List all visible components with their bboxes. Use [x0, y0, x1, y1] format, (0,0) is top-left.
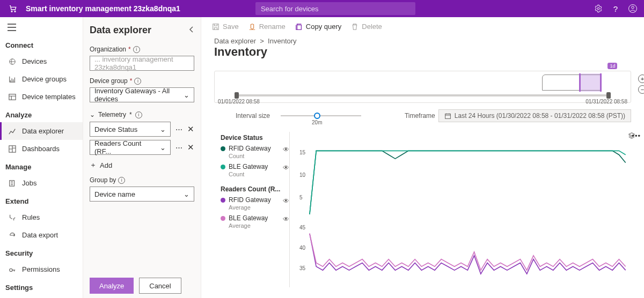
timeframe-picker[interactable]: Last 24 Hours (01/30/2022 08:58 - 01/31/…: [438, 109, 631, 122]
telemetry-remove-icon[interactable]: ✕: [187, 143, 194, 152]
rules-icon: [8, 213, 17, 222]
app-logo-icon: [0, 4, 26, 13]
overview-start: 01/01/2022 08:58: [218, 99, 260, 105]
eye-icon[interactable]: 👁: [283, 197, 289, 205]
explorer-title: Data explorer: [90, 25, 194, 36]
svg-rect-12: [445, 114, 450, 118]
nav-section-manage: Manage: [0, 158, 83, 174]
analyze-button[interactable]: Analyze: [90, 278, 134, 294]
timeframe-label: Timeframe: [405, 112, 435, 120]
legend-item[interactable]: BLE GatewayCount👁: [221, 163, 289, 178]
legend-item[interactable]: RFID GatewayCount👁: [221, 145, 289, 160]
rename-button[interactable]: Rename: [248, 23, 286, 31]
nav-section-connect: Connect: [0, 36, 83, 53]
top-bar: Smart inventory management 23zka8dnqa1 ?: [0, 0, 644, 17]
cancel-button[interactable]: Cancel: [139, 278, 181, 294]
slider-handle-left[interactable]: [235, 92, 239, 99]
eye-icon[interactable]: 👁: [283, 215, 289, 223]
devices-icon: [8, 57, 17, 66]
nav-item-device-groups[interactable]: Device groups: [0, 70, 83, 88]
svg-rect-11: [297, 25, 301, 29]
telemetry-more-icon[interactable]: ⋯: [174, 125, 184, 133]
settings-gear-icon[interactable]: [594, 4, 603, 13]
permissions-icon: [8, 265, 17, 274]
range-badge: 1d: [608, 63, 617, 69]
nav-section-extend: Extend: [0, 192, 83, 208]
calendar-icon: [444, 113, 451, 120]
chevron-down-icon: ⌄: [184, 190, 189, 198]
slider-handle-right[interactable]: [606, 92, 611, 99]
chevron-down-icon[interactable]: ⌄: [90, 111, 95, 118]
time-overview[interactable]: 1d 01/01/2022 08:58 01/31/2022 08:58 +−: [214, 71, 631, 103]
telemetry-remove-icon[interactable]: ✕: [187, 124, 194, 134]
data-export-icon: [8, 231, 17, 240]
delete-button[interactable]: Delete: [351, 23, 382, 31]
eye-icon[interactable]: 👁: [283, 164, 289, 172]
nav-item-device-templates[interactable]: Device templates: [0, 88, 83, 106]
nav-item-dashboards[interactable]: Dashboards: [0, 140, 83, 158]
search-input[interactable]: [255, 2, 415, 15]
app-title: Smart inventory management 23zka8dnqa1: [26, 4, 180, 13]
telemetry-more-icon[interactable]: ⋯: [174, 144, 184, 152]
chart-legend: Device Status RFID GatewayCount👁 BLE Gat…: [214, 132, 289, 287]
info-icon[interactable]: i: [118, 177, 125, 184]
chevron-down-icon: ⌄: [160, 125, 166, 133]
legend-group-2: Readers Count (R...: [221, 185, 289, 193]
add-telemetry-button[interactable]: ＋Add: [90, 160, 194, 170]
nav-item-jobs[interactable]: Jobs: [0, 174, 83, 192]
menu-toggle-icon[interactable]: [0, 20, 83, 36]
device-groups-icon: [8, 75, 17, 84]
legend-item[interactable]: RFID GatewayAverage👁: [221, 196, 289, 211]
chart-more-icon[interactable]: •••: [632, 132, 641, 140]
jobs-icon: [8, 179, 17, 188]
copy-query-button[interactable]: Copy query: [295, 23, 341, 31]
account-icon[interactable]: [628, 4, 638, 13]
telemetry-select-2[interactable]: Readers Count (RF...⌄: [90, 140, 171, 155]
collapse-panel-icon[interactable]: [187, 25, 196, 34]
info-icon[interactable]: i: [134, 78, 141, 85]
legend-group-1: Device Status: [221, 134, 289, 141]
svg-rect-10: [213, 24, 219, 29]
nav-section-settings: Settings: [0, 278, 83, 295]
data-explorer-panel: Data explorer Organization*i ... invento…: [83, 17, 201, 298]
organization-field: ... inventory management 23zka8dnqa1: [90, 56, 194, 71]
svg-point-4: [632, 6, 634, 9]
dashboards-icon: [8, 145, 17, 153]
group-by-select[interactable]: Device name⌄: [90, 187, 194, 202]
interval-label: Interval size: [236, 112, 270, 120]
nav-item-devices[interactable]: Devices: [0, 53, 83, 70]
interval-slider[interactable]: 20m: [281, 112, 361, 120]
svg-point-2: [597, 8, 599, 10]
nav-item-rules[interactable]: Rules: [0, 208, 83, 226]
breadcrumb: Data explorer > Inventory: [201, 35, 644, 45]
help-icon[interactable]: ?: [611, 4, 620, 13]
device-group-select[interactable]: Inventory Gateways - All devices⌄: [90, 87, 194, 102]
info-icon[interactable]: i: [133, 46, 140, 53]
telemetry-label: ⌄ Telemetry*i: [90, 111, 194, 118]
plus-icon: ＋: [90, 160, 97, 170]
save-button[interactable]: Save: [212, 23, 239, 31]
legend-item[interactable]: BLE GatewayAverage👁: [221, 214, 289, 229]
nav-item-permissions[interactable]: Permissions: [0, 260, 83, 278]
chevron-right-icon: >: [258, 37, 268, 45]
chevron-down-icon: ⌄: [184, 91, 189, 99]
nav-section-analyze: Analyze: [0, 106, 83, 122]
time-range-handle[interactable]: [579, 73, 602, 92]
zoom-in-icon[interactable]: +: [638, 74, 644, 83]
nav-item-data-explorer[interactable]: Data explorer: [0, 122, 83, 140]
group-by-label: Group byi: [90, 176, 194, 184]
toolbar: Save Rename Copy query Delete: [201, 17, 644, 35]
overview-end: 01/31/2022 08:58: [586, 99, 627, 105]
info-icon[interactable]: i: [135, 111, 142, 118]
left-nav: Connect Devices Device groups Device tem…: [0, 17, 83, 298]
telemetry-select-1[interactable]: Device Status⌄: [90, 122, 171, 137]
svg-point-0: [11, 11, 12, 12]
data-explorer-icon: [8, 127, 17, 136]
nav-item-data-export[interactable]: Data export: [0, 226, 83, 244]
slider-thumb[interactable]: [314, 113, 320, 119]
zoom-out-icon[interactable]: −: [638, 85, 644, 94]
eye-icon[interactable]: 👁: [283, 146, 289, 153]
page-title: Inventory: [201, 45, 644, 64]
svg-point-1: [14, 11, 16, 12]
breadcrumb-root[interactable]: Data explorer: [214, 37, 256, 45]
